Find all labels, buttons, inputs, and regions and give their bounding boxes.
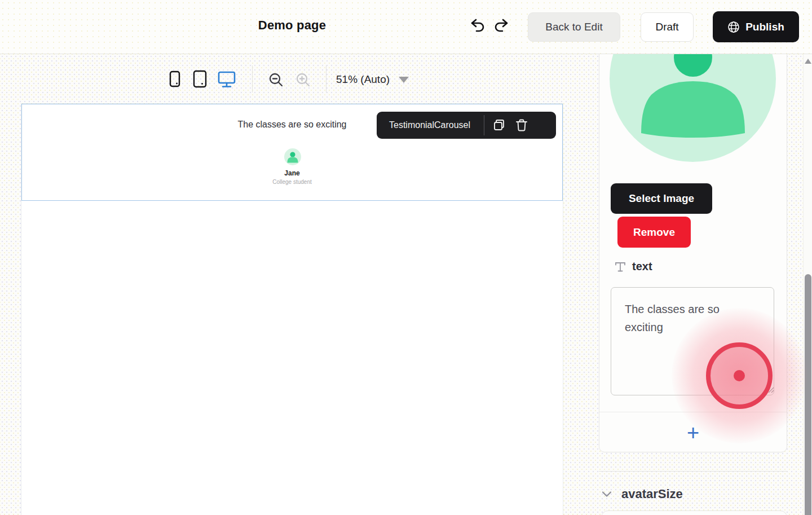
page-title: Demo page [214,18,370,33]
component-name-label: TestimonialCarousel [377,120,484,130]
avatar-image-preview [610,54,776,162]
zoom-level-value: 51% (Auto) [336,73,390,86]
text-type-icon [614,261,626,273]
card-footer: + [599,412,787,452]
inspector-item-card: Select Image Remove text The classes are… [599,54,787,452]
scrollbar-up-button[interactable] [805,58,811,64]
undo-icon [469,17,486,34]
zoom-in-icon [295,72,311,87]
redo-icon [493,17,510,34]
avatar-size-section-toggle[interactable]: avatarSize [601,483,787,505]
avatar-size-card [601,510,787,515]
trash-icon [514,118,529,133]
remove-image-button[interactable]: Remove [617,217,691,248]
zoom-in-button[interactable] [294,71,311,88]
toolbar-divider [326,65,326,93]
copy-icon [492,118,506,133]
editor-stage: 51% (Auto) The classes are so exciting J… [0,54,812,515]
testimonial-role: College student [22,179,562,185]
avatar-size-section-label: avatarSize [621,487,683,501]
testimonial-avatar [284,148,301,165]
publish-label: Publish [745,21,784,33]
textarea-resize-handle[interactable] [767,386,774,393]
draft-button[interactable]: Draft [641,12,694,42]
undo-button[interactable] [468,16,487,36]
caret-down-icon [399,77,409,83]
publish-button[interactable]: Publish [713,11,799,42]
globe-icon [727,21,740,33]
device-mobile-button[interactable] [165,69,185,89]
redo-button[interactable] [492,16,511,36]
pill-divider [484,115,484,135]
scroll-up-arrow [805,59,811,64]
toolbar-divider [252,65,253,93]
zoom-level-dropdown[interactable]: 51% (Auto) [336,71,409,88]
scrollbar-thumb[interactable] [805,274,811,515]
component-toolbar-pill: TestimonialCarousel [377,112,556,139]
phone-icon [169,71,180,87]
text-field-label: text [632,260,652,273]
canvas-toolbar: 51% (Auto) [0,54,598,104]
panel-scrollbar [803,54,812,515]
device-desktop-button[interactable] [217,69,237,89]
person-avatar-icon [284,148,301,165]
desktop-icon [218,71,236,87]
person-avatar-icon [610,54,776,162]
select-image-button[interactable]: Select Image [611,183,712,214]
zoom-out-button[interactable] [267,71,284,88]
delete-component-button[interactable] [510,114,533,137]
add-item-button[interactable]: + [687,422,699,443]
back-to-edit-button[interactable]: Back to Edit [528,12,620,42]
text-field-header: text [614,260,652,273]
duplicate-component-button[interactable] [488,114,510,137]
device-tablet-button[interactable] [189,69,210,89]
text-field-input[interactable]: The classes are so exciting [611,287,774,395]
testimonial-name: Jane [22,169,562,177]
app-header: Demo page Back to Edit Draft Publish [0,0,812,54]
inspector-divider [599,471,788,472]
tablet-icon [193,70,207,88]
chevron-down-icon [601,490,612,498]
zoom-out-icon [268,72,284,87]
